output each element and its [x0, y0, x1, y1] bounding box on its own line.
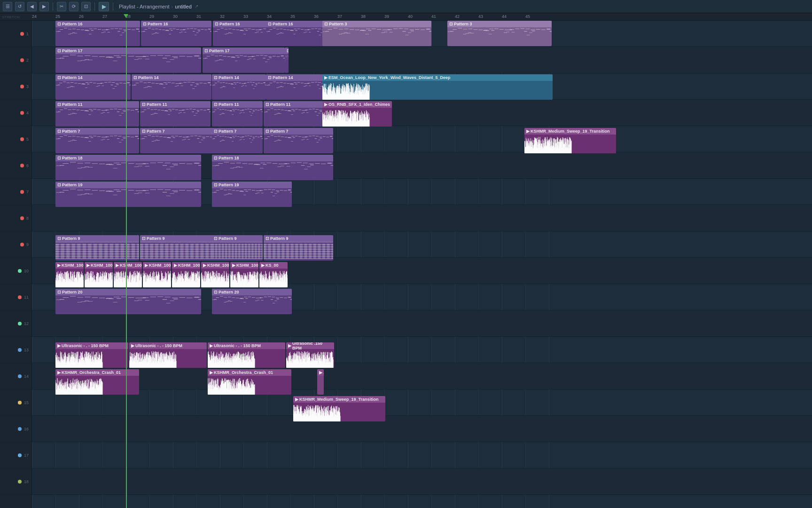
pattern-block[interactable]: ⊡Pattern 9 — [55, 235, 139, 261]
sep1 — [53, 2, 53, 11]
ruler-content[interactable]: 2425262728293031323334353637383940414243… — [32, 13, 812, 20]
undo-btn[interactable]: ▶ — [39, 2, 49, 11]
pattern-block[interactable]: ▶Ultrasonic - . - 150 BPM — [129, 342, 207, 368]
breadcrumb-project[interactable]: untitled — [175, 4, 191, 9]
svg-rect-542 — [89, 109, 92, 110]
pattern-block[interactable]: ⊡Pattern 9 — [140, 235, 218, 261]
pattern-block[interactable]: ▶OS_RNB_SFX_1_Iden_Chimes — [322, 101, 392, 127]
svg-rect-76 — [195, 35, 197, 35]
pattern-block[interactable]: ⊡Pattern 9 — [264, 235, 333, 261]
pattern-block[interactable]: ⊡Pattern 11 — [212, 101, 263, 127]
pattern-block[interactable]: ⊡Pattern 11 — [55, 101, 139, 127]
pattern-block[interactable]: ▶KSHM_100 — [172, 262, 200, 287]
svg-rect-806 — [222, 140, 224, 140]
pattern-block[interactable]: ▶KSHMR_Orchestra_Crash_01 — [208, 369, 291, 395]
pattern-block[interactable]: ⊡Pattern 7 — [264, 128, 333, 153]
pattern-block[interactable]: ⊡Pattern 19 — [55, 182, 201, 207]
pattern-block[interactable]: ⊡Pattern 19 — [212, 182, 292, 207]
pattern-block[interactable]: ▶. — [317, 369, 324, 395]
svg-rect-212 — [458, 28, 462, 29]
pattern-block[interactable]: ⊡ — [285, 48, 289, 73]
svg-rect-492 — [269, 83, 272, 83]
open-btn[interactable]: ↺ — [15, 2, 24, 11]
svg-rect-1109 — [281, 244, 284, 259]
svg-rect-1160 — [134, 301, 138, 301]
svg-rect-1039 — [88, 244, 91, 259]
svg-rect-1070 — [205, 244, 209, 259]
pattern-block[interactable]: ▶KSHM_100 — [201, 262, 229, 287]
svg-rect-1152 — [198, 299, 201, 300]
svg-rect-851 — [332, 138, 333, 139]
pattern-block[interactable]: ⊡Pattern 14 — [212, 74, 266, 100]
svg-rect-49 — [159, 29, 162, 30]
ruler-mark-26: 26 — [79, 14, 84, 19]
pattern-block[interactable]: ▶KSHM_100 — [114, 262, 142, 287]
svg-rect-1172 — [256, 298, 259, 298]
svg-rect-914 — [315, 163, 320, 164]
pattern-block[interactable]: ▶Ultrasonic - . - 150 BPM — [208, 342, 285, 368]
pattern-block[interactable]: ⊡Pattern 3 — [322, 21, 431, 46]
svg-rect-646 — [262, 111, 263, 112]
svg-rect-674 — [316, 109, 319, 110]
svg-rect-1003 — [284, 190, 287, 191]
svg-rect-237 — [466, 33, 469, 34]
pattern-block[interactable]: ⊡Pattern 17 — [203, 48, 285, 73]
svg-rect-562 — [105, 110, 107, 111]
svg-rect-992 — [232, 190, 235, 190]
svg-rect-823 — [298, 136, 301, 137]
svg-rect-877 — [121, 163, 127, 163]
save-btn[interactable]: ◀ — [27, 2, 37, 11]
svg-rect-244 — [504, 32, 507, 33]
svg-rect-29 — [105, 30, 108, 30]
svg-rect-228 — [491, 30, 494, 31]
svg-rect-1199 — [224, 302, 226, 302]
pattern-block[interactable]: ⊡Pattern 17 — [55, 48, 201, 73]
paste-btn[interactable]: ⊡ — [81, 2, 91, 11]
pattern-block[interactable]: ▶KSHM_100 — [85, 262, 113, 287]
timeline[interactable]: ⊡Pattern 16⊡Pattern 16⊡Pattern 16⊡Patter… — [32, 21, 812, 508]
cut-btn[interactable]: ✂ — [57, 2, 66, 11]
pattern-block[interactable]: ⊡Pattern 7 — [55, 128, 139, 153]
pattern-block[interactable]: ⊡Pattern 14 — [132, 74, 211, 100]
pattern-block[interactable]: ⊡Pattern 18 — [212, 155, 333, 180]
pattern-block[interactable]: ▶KSHM_100 — [55, 262, 84, 287]
pattern-block[interactable]: ⊡Pattern 20 — [55, 289, 201, 314]
svg-rect-869 — [92, 163, 98, 164]
pattern-block[interactable]: ▶KSHMR_Medium_Sweep_19_Transition — [524, 128, 616, 153]
svg-rect-1045 — [121, 244, 124, 259]
svg-rect-519 — [280, 86, 282, 87]
svg-rect-907 — [309, 164, 313, 164]
pattern-block[interactable]: ⊡Pattern 14 — [55, 74, 131, 100]
svg-rect-234 — [509, 30, 512, 30]
svg-rect-1117 — [318, 244, 320, 259]
svg-rect-370 — [70, 82, 73, 83]
pattern-block[interactable]: ⊡Pattern 7 — [140, 128, 218, 153]
pattern-block[interactable]: ▶Ultrasonic - . - 150 BPM — [55, 342, 128, 368]
svg-rect-667 — [312, 109, 315, 109]
breadcrumb-playlist[interactable]: Playlist - Arrangement — [119, 4, 170, 9]
svg-rect-470 — [261, 83, 263, 84]
svg-rect-493 — [280, 82, 283, 83]
pattern-block[interactable]: ⊡Pattern 16 — [55, 21, 140, 46]
pattern-block[interactable]: ▶KSHMR_Orchestra_Crash_01 — [55, 369, 139, 395]
pattern-block[interactable]: ⊡Pattern 18 — [55, 155, 201, 180]
pattern-block[interactable]: ▶Ultrasonic .150 BPM — [286, 342, 334, 368]
pattern-block[interactable]: ▶KSHM_100 — [230, 262, 258, 287]
svg-rect-176 — [415, 29, 419, 30]
pattern-block[interactable]: ⊡Pattern 7 — [212, 128, 263, 153]
new-btn[interactable]: ☰ — [3, 2, 12, 11]
pattern-block[interactable]: ⊡Pattern 16 — [141, 21, 211, 46]
pattern-block[interactable]: ▶ESM_Ocean_Loop_New_York_Wind_Waves_Dist… — [322, 74, 553, 100]
track-row-17 — [32, 442, 812, 468]
pattern-block[interactable]: ⊡Pattern 9 — [212, 235, 263, 261]
svg-rect-59 — [194, 29, 197, 29]
svg-rect-23 — [91, 30, 94, 31]
pattern-block[interactable]: ⊡Pattern 3 — [447, 21, 552, 46]
pattern-block[interactable]: ▶KSHMR_Medium_Sweep_19_Transition — [293, 396, 385, 421]
pattern-block[interactable]: ⊡Pattern 11 — [140, 101, 211, 127]
pattern-block[interactable]: ⊡Pattern 20 — [212, 289, 292, 314]
play-btn[interactable]: ▶ — [99, 2, 109, 11]
pattern-block[interactable]: ▶KS_00 — [259, 262, 288, 287]
pattern-block[interactable]: ▶KSHM_100 — [143, 262, 171, 287]
copy-btn[interactable]: ⟳ — [69, 2, 78, 11]
